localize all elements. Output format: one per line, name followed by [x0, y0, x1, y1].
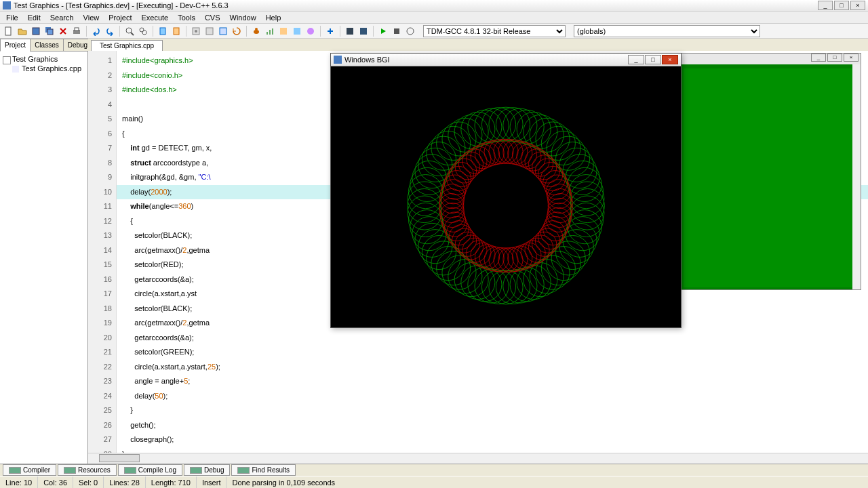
tb-icon-c[interactable]	[304, 25, 317, 37]
run-icon[interactable]	[203, 25, 216, 37]
bgi-icon	[334, 56, 342, 64]
menu-help[interactable]: Help	[261, 12, 286, 23]
undo-icon[interactable]	[90, 25, 102, 37]
tb-icon-b[interactable]	[291, 25, 303, 37]
menu-file[interactable]: File	[1, 12, 23, 23]
svg-point-136	[439, 188, 464, 213]
svg-point-29	[569, 203, 603, 237]
console-output	[684, 68, 852, 287]
rebuild-icon[interactable]	[231, 25, 243, 37]
svg-rect-25	[394, 28, 399, 34]
bgi-maximize-button[interactable]: □	[645, 55, 661, 64]
svg-point-154	[498, 140, 523, 164]
svg-rect-10	[174, 28, 179, 35]
menu-tools[interactable]: Tools	[173, 12, 200, 23]
bottom-tab-compiler[interactable]: Compiler	[3, 464, 56, 476]
console-maximize-button[interactable]: □	[827, 54, 842, 62]
compiler-select[interactable]: TDM-GCC 4.8.1 32-bit Release	[423, 25, 566, 37]
console-minimize-button[interactable]: _	[811, 54, 826, 62]
minimize-button[interactable]: _	[818, 1, 833, 10]
saveall-icon[interactable]	[43, 25, 56, 37]
svg-point-138	[441, 180, 465, 204]
compile-icon[interactable]	[190, 25, 202, 37]
scope-select[interactable]: (globals)	[574, 25, 760, 37]
tree-root[interactable]: Test Graphics	[3, 54, 85, 64]
status-msg: Done parsing in 0,109 seconds	[226, 476, 868, 488]
svg-point-120	[479, 246, 504, 270]
svg-point-111	[521, 241, 545, 265]
svg-point-168	[546, 180, 570, 204]
tb-icon-d[interactable]	[324, 25, 336, 37]
save-icon[interactable]	[30, 25, 42, 37]
file-tab[interactable]: Test Graphics.cpp	[91, 40, 163, 51]
tree-file[interactable]: Test Graphics.cpp	[12, 64, 85, 73]
compile-run-icon[interactable]	[217, 25, 229, 37]
svg-point-97	[569, 175, 603, 209]
bottom-tab-debug[interactable]: Debug	[184, 464, 230, 476]
maximize-button[interactable]: □	[834, 1, 849, 10]
tb-icon-a[interactable]	[277, 25, 290, 37]
svg-point-6	[126, 28, 132, 33]
svg-rect-13	[206, 28, 213, 35]
menu-cvs[interactable]: CVS	[200, 12, 225, 23]
new-icon[interactable]	[3, 25, 15, 37]
app-icon	[3, 1, 11, 9]
debug-icon[interactable]	[250, 25, 262, 37]
profile-icon[interactable]	[264, 25, 276, 37]
svg-point-65	[408, 175, 442, 209]
find-icon[interactable]	[123, 25, 136, 37]
bgi-canvas	[331, 66, 681, 327]
goto-bookmark-icon[interactable]	[170, 25, 182, 37]
tb-icon-e[interactable]	[344, 25, 356, 37]
bgi-close-button[interactable]: ×	[662, 55, 678, 64]
tab-classes[interactable]: Classes	[30, 39, 64, 52]
console-close-button[interactable]: ×	[844, 54, 859, 62]
svg-rect-1	[33, 28, 39, 35]
svg-point-83	[503, 108, 537, 142]
menu-window[interactable]: Window	[225, 12, 261, 23]
status-line: Line: 10	[0, 476, 38, 488]
svg-point-79	[475, 108, 509, 142]
stop-icon[interactable]	[391, 25, 403, 37]
tb-icon-g[interactable]	[404, 25, 416, 37]
bgi-window[interactable]: Windows BGI _ □ ×	[330, 53, 682, 328]
window-controls: _ □ ×	[818, 1, 865, 10]
close-file-icon[interactable]	[57, 25, 69, 37]
bgi-titlebar: Windows BGI _ □ ×	[331, 54, 681, 66]
project-tree: Test Graphics Test Graphics.cpp	[0, 52, 87, 76]
menu-project[interactable]: Project	[104, 12, 136, 23]
svg-point-165	[540, 166, 565, 190]
replace-icon[interactable]	[137, 25, 149, 37]
close-button[interactable]: ×	[850, 1, 865, 10]
console-window[interactable]: _ □ ×	[681, 53, 861, 290]
status-mode: Insert	[197, 476, 227, 488]
bottom-tab-find-results[interactable]: Find Results	[231, 464, 296, 476]
svg-point-16	[255, 28, 258, 30]
bottom-tab-compile-log[interactable]: Compile Log	[118, 464, 182, 476]
statusbar: Line: 10 Col: 36 Sel: 0 Lines: 28 Length…	[0, 476, 868, 488]
side-tabs: Project Classes Debug	[0, 39, 87, 52]
bottom-tab-resources[interactable]: Resources	[58, 464, 117, 476]
print-icon[interactable]	[71, 25, 83, 37]
svg-point-118	[489, 247, 513, 272]
editor-hscrollbar[interactable]	[88, 453, 868, 464]
run-play-icon[interactable]	[377, 25, 389, 37]
menu-edit[interactable]: Edit	[23, 12, 45, 23]
menu-view[interactable]: View	[79, 12, 104, 23]
svg-point-26	[407, 28, 414, 35]
menu-search[interactable]: Search	[45, 12, 79, 23]
tb-icon-f[interactable]	[357, 25, 370, 37]
bgi-title-text: Windows BGI	[344, 56, 628, 64]
console-vscrollbar[interactable]	[852, 64, 861, 289]
toggle-bookmark-icon[interactable]	[157, 25, 169, 37]
svg-point-129	[446, 221, 471, 245]
svg-rect-20	[280, 28, 287, 35]
tab-project[interactable]: Project	[0, 39, 31, 52]
bottom-tabs: CompilerResourcesCompile LogDebugFind Re…	[0, 464, 868, 476]
open-icon[interactable]	[16, 25, 28, 37]
bgi-minimize-button[interactable]: _	[628, 55, 644, 64]
svg-rect-9	[160, 28, 165, 35]
svg-rect-21	[294, 28, 300, 35]
menu-execute[interactable]: Execute	[136, 12, 173, 23]
redo-icon[interactable]	[104, 25, 116, 37]
